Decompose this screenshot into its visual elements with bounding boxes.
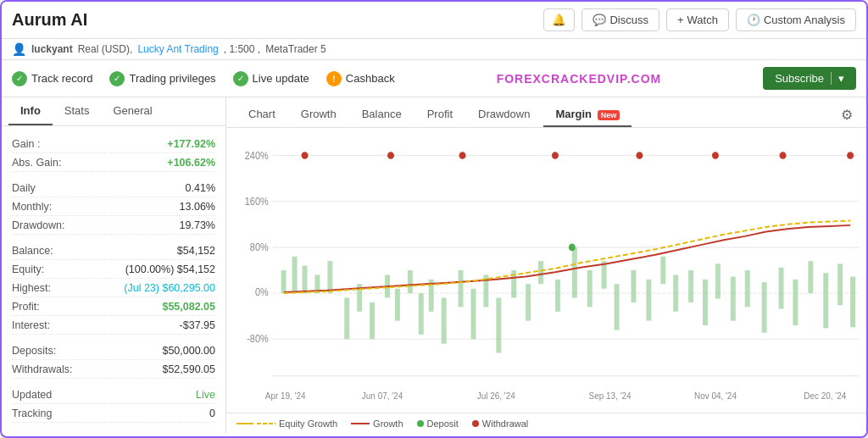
main-content: Info Stats General Gain : +177.92% Abs. … <box>2 97 866 434</box>
tab-info[interactable]: Info <box>8 97 53 125</box>
svg-rect-58 <box>837 263 843 305</box>
chart-tab-chart[interactable]: Chart <box>236 103 287 127</box>
chart-tab-profit[interactable]: Profit <box>415 103 465 127</box>
withdrawal-dot-icon <box>472 420 479 427</box>
equity-growth-line-icon <box>236 423 253 424</box>
equity-growth-icon <box>257 422 275 425</box>
live-update-badge: ✓ Live update <box>233 71 309 86</box>
badges-bar: ✓ Track record ✓ Trading privileges ✓ Li… <box>2 60 866 97</box>
svg-text:Jul 26, '24: Jul 26, '24 <box>477 391 515 400</box>
app-title: Aurum AI <box>12 10 87 30</box>
svg-point-65 <box>712 152 719 159</box>
svg-text:Sep 13, '24: Sep 13, '24 <box>589 391 632 400</box>
header-actions: 🔔 💬 Discuss + Watch 🕐 Custom Analysis <box>543 8 856 31</box>
chart-tab-balance[interactable]: Balance <box>350 103 414 127</box>
svg-text:Nov 04, '24: Nov 04, '24 <box>694 391 737 400</box>
live-update-check: ✓ <box>233 71 248 86</box>
svg-rect-50 <box>715 263 721 298</box>
svg-text:-80%: -80% <box>247 333 269 344</box>
left-panel: Info Stats General Gain : +177.92% Abs. … <box>2 97 226 434</box>
svg-rect-55 <box>793 280 798 325</box>
interest-row: Interest: -$37.95 <box>12 316 215 335</box>
gain-value: +177.92% <box>167 138 215 150</box>
svg-rect-51 <box>731 277 736 321</box>
deposit-dot-icon <box>417 420 424 427</box>
abs-gain-row: Abs. Gain: +106.62% <box>12 153 215 172</box>
balance-label: Balance: <box>12 245 53 257</box>
cashback-label: Cashback <box>346 72 395 85</box>
new-badge: New <box>598 110 620 120</box>
svg-rect-43 <box>615 284 620 330</box>
highest-row: Highest: (Jul 23) $60,295.00 <box>12 279 215 297</box>
equity-row: Equity: (100.00%) $54,152 <box>12 260 215 279</box>
chart-area: 240% 160% 80% 0% -80% Apr 19, '24 Jun 07… <box>226 128 866 413</box>
svg-rect-49 <box>703 280 708 325</box>
svg-rect-39 <box>555 280 560 312</box>
svg-rect-23 <box>344 298 349 340</box>
gain-row: Gain : +177.92% <box>12 135 215 153</box>
highest-label: Highest: <box>12 282 51 294</box>
custom-analysis-button[interactable]: 🕐 Custom Analysis <box>736 8 856 31</box>
clock-icon: 🕐 <box>747 14 760 26</box>
plus-icon: + <box>677 14 684 26</box>
discuss-button[interactable]: 💬 Discuss <box>581 8 659 31</box>
subscribe-button[interactable]: Subscribe ▾ <box>763 67 856 90</box>
svg-rect-35 <box>496 298 501 353</box>
withdrawals-label: Withdrawals: <box>12 363 73 375</box>
highest-value: (Jul 23) $60,295.00 <box>124 282 215 294</box>
svg-rect-57 <box>823 273 828 328</box>
daily-value: 0.41% <box>186 182 215 194</box>
svg-text:Dec 20, '24: Dec 20, '24 <box>804 391 846 400</box>
monthly-value: 13.06% <box>180 201 215 213</box>
chart-legend: Equity Growth Growth Deposit Withdrawal <box>226 413 866 434</box>
deposit-label: Deposit <box>427 419 459 429</box>
svg-text:Apr 19, '24: Apr 19, '24 <box>265 391 306 400</box>
cashback-badge: ! Cashback <box>326 71 395 86</box>
drawdown-row: Drawdown: 19.73% <box>12 216 215 235</box>
svg-text:240%: 240% <box>245 150 269 161</box>
svg-text:80%: 80% <box>250 242 269 253</box>
profit-value: $55,082.05 <box>162 301 215 313</box>
balance-value: $54,152 <box>177 245 215 257</box>
svg-rect-48 <box>688 270 693 302</box>
chart-tabs: Chart Growth Balance Profit Drawdown Mar… <box>226 97 866 128</box>
monthly-row: Monthly: 13.06% <box>12 197 215 216</box>
withdrawal-label: Withdrawal <box>482 419 528 429</box>
interest-label: Interest: <box>12 319 50 331</box>
svg-rect-37 <box>526 284 531 320</box>
svg-point-66 <box>780 152 787 159</box>
chart-svg: 240% 160% 80% 0% -80% Apr 19, '24 Jun 07… <box>226 128 866 413</box>
svg-rect-44 <box>631 270 636 302</box>
tab-stats[interactable]: Stats <box>53 97 102 125</box>
svg-rect-25 <box>370 302 375 339</box>
svg-rect-52 <box>745 270 750 307</box>
chart-tab-growth[interactable]: Growth <box>289 103 348 127</box>
username: luckyant <box>31 43 73 55</box>
watch-button[interactable]: + Watch <box>666 8 729 31</box>
app-container: Aurum AI 🔔 💬 Discuss + Watch 🕐 Custom An… <box>0 0 868 438</box>
gain-label: Gain : <box>12 138 40 150</box>
svg-text:Jun 07, '24: Jun 07, '24 <box>362 391 403 400</box>
balance-row: Balance: $54,152 <box>12 241 215 260</box>
svg-rect-27 <box>395 289 400 321</box>
svg-point-63 <box>552 152 559 159</box>
chart-settings-icon[interactable]: ⚙ <box>837 103 856 126</box>
drawdown-value: 19.73% <box>180 219 215 231</box>
left-tabs: Info Stats General <box>2 97 225 126</box>
updated-label: Updated <box>12 389 52 401</box>
svg-point-60 <box>302 152 309 159</box>
abs-gain-label: Abs. Gain: <box>12 157 61 169</box>
bell-button[interactable]: 🔔 <box>543 8 575 31</box>
chart-tab-drawdown[interactable]: Drawdown <box>466 103 542 127</box>
svg-rect-45 <box>646 280 651 321</box>
broker-link[interactable]: Lucky Ant Trading <box>137 43 218 55</box>
svg-rect-40 <box>572 247 577 298</box>
deposits-value: $50,000.00 <box>162 345 215 357</box>
tab-general[interactable]: General <box>101 97 164 125</box>
withdrawals-value: $52,590.05 <box>162 363 215 375</box>
withdrawals-row: Withdrawals: $52,590.05 <box>12 360 215 379</box>
deposits-row: Deposits: $50,000.00 <box>12 341 215 360</box>
daily-label: Daily <box>12 182 36 194</box>
deposits-label: Deposits: <box>12 345 56 357</box>
chart-tab-margin[interactable]: Margin New <box>543 103 632 127</box>
